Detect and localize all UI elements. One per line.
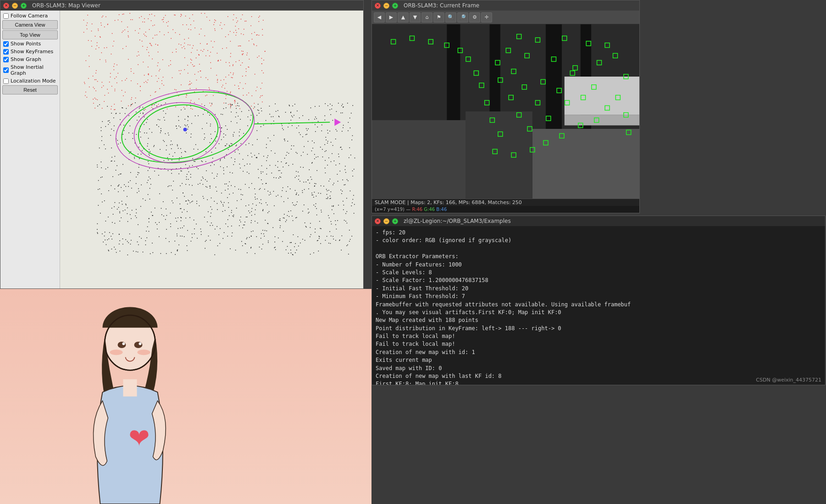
terminal-line: - Number of Features: 1000 (376, 261, 821, 269)
zoom-in-btn[interactable]: 🔍 (445, 12, 456, 22)
pixel-coords: (x=7 y=419) — (375, 207, 412, 212)
terminal-line: Exits current map (376, 356, 821, 364)
arrow-left-icon: ◀ (377, 14, 381, 20)
terminal-line: Creation of new map with last KF id: 8 (376, 372, 821, 380)
pixel-b: B:46 (436, 207, 447, 212)
map-viewer-min-btn[interactable]: − (12, 3, 18, 9)
slam-status-text: SLAM MODE | Maps: 2, KFs: 166, MPs: 6884… (375, 199, 522, 205)
reset-button[interactable]: Reset (2, 85, 58, 94)
settings-btn[interactable]: ⚙ (469, 12, 480, 22)
terminal-line: Fail to track local map! (376, 340, 821, 348)
map-render-canvas (60, 11, 363, 288)
terminal-line: - fps: 20 (376, 229, 821, 237)
show-keyframes-row[interactable]: Show KeyFrames (2, 48, 58, 55)
pixel-r: R:46 (412, 207, 422, 212)
nav-back-btn[interactable]: ◀ (374, 12, 385, 22)
terminal-line: Creation of new map with id: 1 (376, 349, 821, 356)
terminal-line (376, 245, 821, 253)
show-graph-row[interactable]: Show Graph (2, 56, 58, 63)
show-keyframes-label: Show KeyFrames (11, 49, 53, 55)
home-btn[interactable]: ⌂ (421, 12, 432, 22)
frame-title: ORB-SLAM3: Current Frame (404, 2, 479, 9)
show-points-checkbox[interactable] (3, 41, 9, 47)
anime-canvas (0, 289, 371, 504)
terminal-line: Saved map with ID: 0 (376, 365, 821, 372)
show-inertial-graph-label: Show Inertial Graph (11, 64, 57, 76)
show-inertial-graph-row[interactable]: Show Inertial Graph (2, 64, 58, 77)
map-canvas[interactable] (60, 11, 363, 288)
frame-status-bar: SLAM MODE | Maps: 2, KFs: 166, MPs: 6884… (372, 199, 639, 206)
terminal-line: - Initial Fast Threshold: 20 (376, 285, 821, 293)
terminal-line: New Map created with 188 points (376, 316, 821, 324)
terminal-line: - Scale Factor: 1.2000000476837158 (376, 277, 821, 284)
terminal-line: Fail to track local map! (376, 332, 821, 340)
map-viewer-title: ORB-SLAM3: Map Viewer (32, 2, 100, 9)
localization-mode-label: Localization Mode (11, 78, 56, 84)
arrow-down-icon: ▼ (413, 14, 417, 20)
terminal-titlebar: ✕ − + zl@ZL-Legion:~/ORB_SLAM3/Examples (372, 216, 825, 226)
show-keyframes-checkbox[interactable] (3, 49, 9, 55)
terminal-line: Framebuffer with requested attributes no… (376, 301, 821, 309)
terminal-line: Point distribution in KeyFrame: left-> 1… (376, 325, 821, 332)
terminal-title: zl@ZL-Legion:~/ORB_SLAM3/Examples (404, 218, 511, 224)
bookmark-btn[interactable]: ⚑ (433, 12, 444, 22)
show-graph-label: Show Graph (11, 56, 41, 62)
map-viewer-window: ✕ − + ORB-SLAM3: Map Viewer Follow Camer… (0, 0, 364, 289)
nav-down-btn[interactable]: ▼ (410, 12, 421, 22)
localization-mode-checkbox[interactable] (3, 78, 9, 84)
terminal-max-btn[interactable]: + (392, 218, 398, 224)
frame-pixel-info: (x=7 y=419) — R:46 G:46 B:46 (372, 206, 639, 213)
frame-max-btn[interactable]: + (392, 3, 398, 9)
show-graph-checkbox[interactable] (3, 57, 9, 62)
show-points-row[interactable]: Show Points (2, 40, 58, 47)
pixel-info-text: (x=7 y=419) — R:46 G:46 B:46 (375, 207, 447, 212)
terminal-line: - Scale Levels: 8 (376, 269, 821, 277)
terminal-line: - color order: RGB (ignored if grayscale… (376, 237, 821, 244)
frame-close-btn[interactable]: ✕ (375, 3, 381, 9)
show-inertial-graph-checkbox[interactable] (3, 67, 9, 73)
top-view-button[interactable]: Top View (2, 30, 58, 39)
map-viewer-titlebar: ✕ − + ORB-SLAM3: Map Viewer (0, 0, 363, 11)
terminal-line: - Minimum Fast Threshold: 7 (376, 293, 821, 300)
nav-forward-btn[interactable]: ▶ (386, 12, 397, 22)
terminal-line: First KF:8; Map init KF:8 (376, 380, 821, 385)
current-frame-window: ✕ − + ORB-SLAM3: Current Frame ◀ ▶ ▲ ▼ ⌂… (371, 0, 640, 213)
nav-up-btn[interactable]: ▲ (398, 12, 409, 22)
show-points-label: Show Points (11, 41, 41, 47)
terminal-min-btn[interactable]: − (383, 218, 389, 224)
settings-icon: ⚙ (472, 14, 477, 20)
home-icon: ⌂ (426, 14, 429, 20)
terminal-window: ✕ − + zl@ZL-Legion:~/ORB_SLAM3/Examples … (371, 216, 826, 385)
pixel-g: G:46 (424, 207, 435, 212)
terminal-line: ORB Extractor Parameters: (376, 253, 821, 260)
arrow-up-icon: ▲ (401, 14, 405, 20)
frame-titlebar: ✕ − + ORB-SLAM3: Current Frame (372, 0, 639, 11)
terminal-body[interactable]: - fps: 20- color order: RGB (ignored if … (372, 226, 825, 385)
frame-toolbar: ◀ ▶ ▲ ▼ ⌂ ⚑ 🔍 🔎 ⚙ ✛ (372, 11, 639, 24)
terminal-line: . You may see visual artifacts.First KF:… (376, 309, 821, 316)
frame-min-btn[interactable]: − (383, 3, 389, 9)
follow-camera-row[interactable]: Follow Camera (2, 12, 58, 19)
frame-render-canvas (372, 24, 639, 199)
camera-view-button[interactable]: Camera View (2, 20, 58, 29)
frame-canvas[interactable] (372, 24, 639, 199)
arrow-right-icon: ▶ (389, 14, 393, 20)
crosshair-btn[interactable]: ✛ (481, 12, 492, 22)
anime-background (0, 289, 371, 504)
map-viewer-max-btn[interactable]: + (21, 3, 27, 9)
terminal-watermark: CSDN @weixin_44375721 (756, 377, 821, 383)
follow-camera-checkbox[interactable] (3, 13, 9, 19)
map-viewer-close-btn[interactable]: ✕ (3, 3, 9, 9)
zoom-in-icon: 🔍 (448, 14, 454, 20)
map-viewer-body: Follow Camera Camera View Top View Show … (0, 11, 363, 288)
bookmark-icon: ⚑ (437, 14, 441, 20)
follow-camera-label: Follow Camera (11, 13, 48, 19)
terminal-close-btn[interactable]: ✕ (375, 218, 381, 224)
map-control-panel: Follow Camera Camera View Top View Show … (0, 11, 60, 288)
zoom-out-btn[interactable]: 🔎 (457, 12, 468, 22)
crosshair-icon: ✛ (484, 14, 488, 20)
localization-mode-row[interactable]: Localization Mode (2, 78, 58, 84)
zoom-out-icon: 🔎 (460, 14, 466, 20)
